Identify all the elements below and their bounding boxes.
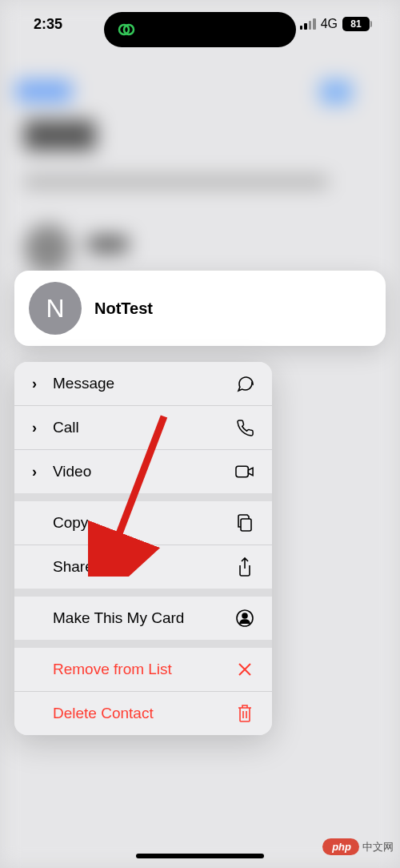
menu-item-remove[interactable]: › Remove from List [14,648,272,691]
menu-label: Share [53,558,94,576]
dynamic-island[interactable] [104,12,296,47]
svg-point-5 [242,613,247,618]
phone-icon [235,418,254,437]
menu-label: Remove from List [53,661,172,678]
menu-label: Video [53,463,91,480]
menu-label: Copy [53,514,88,532]
status-time: 2:35 [34,16,62,33]
battery-level: 81 [350,18,361,30]
watermark: php 中文网 [322,838,394,855]
menu-item-copy[interactable]: › Copy [14,501,272,545]
contact-card[interactable]: N NotTest [14,271,386,346]
avatar-initial: N [46,294,64,323]
x-icon [235,660,254,679]
share-icon [235,557,254,577]
video-icon [235,462,254,481]
signal-icon [300,18,316,30]
menu-item-message[interactable]: › Message [14,362,272,405]
status-right: 4G 81 [300,17,370,31]
context-menu: › Message › Call › Video [14,362,272,735]
menu-label: Call [53,419,79,436]
message-icon [235,374,254,393]
watermark-text: 中文网 [362,840,394,854]
svg-rect-3 [241,519,251,531]
chevron-right-icon: › [32,376,42,392]
svg-rect-2 [236,466,248,476]
person-circle-icon [235,609,254,628]
chevron-right-icon: › [32,420,42,436]
menu-label: Delete Contact [53,705,154,722]
menu-item-make-card[interactable]: › Make This My Card [14,597,272,640]
menu-label: Make This My Card [53,609,184,627]
trash-icon [235,704,254,723]
menu-item-video[interactable]: › Video [14,450,272,493]
contact-name: NotTest [94,299,153,318]
menu-item-share[interactable]: › Share [14,545,272,589]
network-label: 4G [321,17,338,31]
copy-icon [235,513,254,532]
battery-icon: 81 [342,17,370,31]
home-indicator[interactable] [136,854,264,858]
menu-item-delete[interactable]: › Delete Contact [14,692,272,735]
status-bar: 2:35 4G 81 [0,0,400,48]
avatar: N [29,282,82,335]
link-icon [116,19,137,40]
menu-label: Message [53,375,114,392]
watermark-badge: php [322,838,359,855]
chevron-right-icon: › [32,464,42,480]
menu-item-call[interactable]: › Call [14,406,272,449]
